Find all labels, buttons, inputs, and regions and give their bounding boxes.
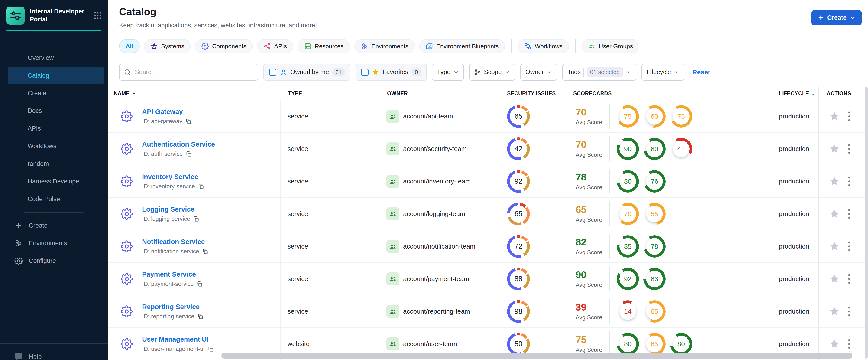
kebab-menu-icon[interactable] (847, 306, 851, 317)
scorecard-value: 41 (670, 138, 692, 160)
tab-all[interactable]: All (119, 39, 140, 53)
tab-resources[interactable]: Resources (298, 39, 350, 53)
horizontal-scrollbar[interactable] (221, 353, 852, 359)
owner-link[interactable]: account/security-team (403, 145, 467, 153)
avg-score-label: Avg Score (576, 216, 609, 223)
favorite-star-icon[interactable] (829, 209, 840, 219)
kebab-menu-icon[interactable] (847, 339, 851, 349)
sidebar-item-help[interactable]: Help (0, 344, 108, 360)
tab-systems[interactable]: Systems (144, 39, 191, 53)
favorite-star-icon[interactable] (829, 111, 840, 122)
column-header[interactable]: NAME (114, 90, 130, 97)
avg-score-label: Avg Score (576, 151, 609, 158)
lifecycle-value: production (779, 113, 809, 120)
page-subtitle: Keep track of applications, services, we… (119, 22, 317, 29)
column-header[interactable]: SECURITY ISSUES (507, 90, 556, 97)
favorites-checkbox[interactable] (361, 68, 369, 76)
tab-environment-blueprints[interactable]: A Environment Blueprints (419, 39, 505, 53)
sidebar-item-random[interactable]: random (8, 155, 104, 173)
dropdown-label: Type (437, 68, 451, 76)
owner-link[interactable]: account/logging-team (403, 210, 465, 218)
tab-components[interactable]: Components (195, 39, 253, 53)
column-header[interactable]: OWNER (387, 90, 408, 97)
sidebar-nav-item-label: Overview (28, 54, 54, 62)
entity-name-link[interactable]: API Gateway (142, 108, 192, 116)
favorite-star-icon[interactable] (829, 274, 840, 284)
copy-icon[interactable] (198, 183, 204, 190)
favorite-star-icon[interactable] (829, 176, 840, 187)
copy-icon[interactable] (193, 216, 199, 222)
favorite-star-icon[interactable] (829, 144, 840, 154)
tab-apis[interactable]: APIs (257, 39, 293, 53)
favorite-star-icon[interactable] (829, 339, 840, 349)
sidebar-bottom-item-create[interactable]: Create (8, 217, 104, 234)
copy-icon[interactable] (197, 313, 204, 320)
vertical-scrollbar[interactable] (865, 87, 868, 359)
scope-icon (474, 69, 481, 76)
scorecard-value: 90 (617, 138, 639, 160)
scorecards-divider (609, 201, 610, 227)
entity-name-link[interactable]: User Management UI (142, 336, 214, 343)
copy-icon[interactable] (202, 248, 209, 255)
kebab-menu-icon[interactable] (847, 144, 851, 154)
entity-name-link[interactable]: Payment Service (142, 271, 203, 278)
sidebar-item-catalog[interactable]: Catalog (8, 67, 104, 84)
filter-dropdown-lifecycle[interactable]: Lifecycle (642, 64, 684, 81)
sidebar-item-harness-develope-[interactable]: Harness Develope... (8, 173, 104, 190)
owner-link[interactable]: account/api-team (403, 113, 453, 120)
column-header[interactable]: SCORECARDS (573, 90, 612, 97)
sidebar-nav-item-label: Create (28, 90, 46, 97)
column-header[interactable]: TYPE (288, 90, 302, 97)
search-input[interactable] (119, 64, 258, 81)
owner-link[interactable]: account/payment-team (403, 275, 469, 283)
filter-dropdown-type[interactable]: Type (432, 64, 464, 81)
favorite-star-icon[interactable] (829, 241, 840, 252)
sidebar-item-workflows[interactable]: Workflows (8, 137, 104, 155)
owner-link[interactable]: account/reporting-team (403, 308, 470, 315)
owned-by-me-checkbox[interactable] (269, 68, 276, 76)
favorites-label: Favorites (382, 68, 408, 76)
reset-filters-link[interactable]: Reset (692, 68, 710, 76)
sidebar-item-create[interactable]: Create (8, 84, 104, 102)
sidebar-item-code-pulse[interactable]: Code Pulse (8, 190, 104, 208)
create-button[interactable]: Create (811, 10, 862, 25)
owner-link[interactable]: account/inventory-team (403, 178, 471, 185)
tab-user-groups[interactable]: User Groups (582, 39, 640, 53)
column-header[interactable]: LIFECYCLE (779, 90, 809, 97)
filter-dropdown-scope[interactable]: Scope (469, 64, 515, 81)
copy-icon[interactable] (185, 151, 192, 157)
sidebar-item-overview[interactable]: Overview (8, 49, 104, 67)
kebab-menu-icon[interactable] (847, 176, 851, 187)
kebab-menu-icon[interactable] (847, 111, 851, 122)
avg-score-label: Avg Score (576, 184, 609, 191)
owned-by-me-filter[interactable]: Owned by me 21 (264, 64, 350, 81)
entity-name-link[interactable]: Inventory Service (142, 173, 204, 181)
kebab-menu-icon[interactable] (847, 209, 851, 219)
sidebar-bottom-item-configure[interactable]: Configure (8, 252, 104, 270)
module-grid-icon[interactable] (93, 11, 102, 20)
sidebar-item-apis[interactable]: APIs (8, 120, 104, 137)
filter-dropdown-owner[interactable]: Owner (520, 64, 557, 81)
avg-score-label: Avg Score (576, 347, 609, 353)
filter-dropdown-tags[interactable]: Tags 01 selected (562, 64, 637, 81)
entity-name-link[interactable]: Notification Service (142, 238, 209, 246)
entity-name-link[interactable]: Reporting Service (142, 303, 204, 311)
copy-icon[interactable] (185, 118, 192, 125)
copy-icon[interactable] (208, 346, 214, 352)
entity-type: service (287, 275, 308, 283)
owner-link[interactable]: account/notification-team (403, 243, 475, 250)
kebab-menu-icon[interactable] (847, 241, 851, 252)
entity-name-link[interactable]: Authentication Service (142, 141, 215, 148)
scorecard-gauge: 78 (643, 235, 665, 258)
owner-link[interactable]: account/user-team (403, 340, 457, 348)
favorite-star-icon[interactable] (829, 306, 840, 317)
column-header[interactable]: ACTIONS (827, 90, 851, 97)
kebab-menu-icon[interactable] (847, 274, 851, 284)
entity-name-link[interactable]: Logging Service (142, 206, 199, 213)
tab-environments[interactable]: Environments (354, 39, 415, 53)
sidebar-item-docs[interactable]: Docs (8, 102, 104, 120)
favorites-filter[interactable]: Favorites 0 (355, 64, 427, 81)
tab-workflows[interactable]: Workflows (518, 39, 569, 53)
sidebar-bottom-item-environments[interactable]: Environments (8, 234, 104, 252)
copy-icon[interactable] (196, 281, 203, 287)
